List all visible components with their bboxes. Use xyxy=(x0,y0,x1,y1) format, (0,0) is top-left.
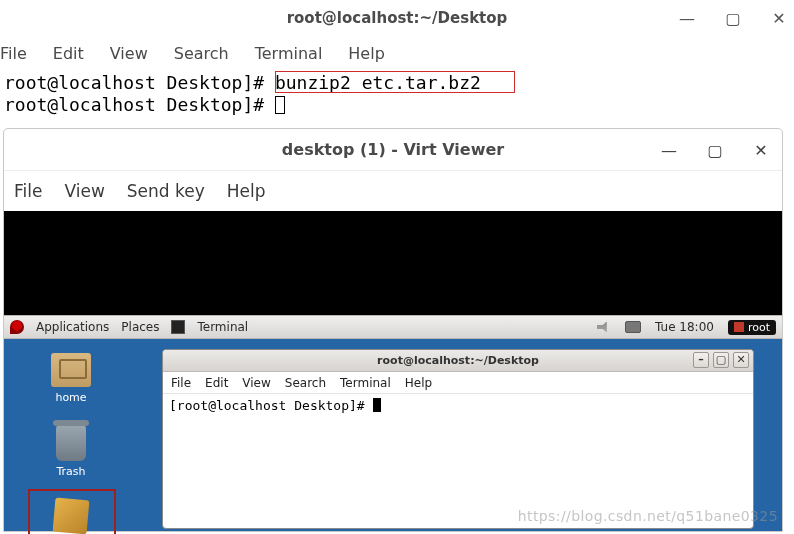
panel-applications[interactable]: Applications xyxy=(36,320,109,334)
menu-sendkey[interactable]: Send key xyxy=(127,181,205,201)
menu-terminal[interactable]: Terminal xyxy=(340,376,391,390)
host-titlebar[interactable]: root@localhost:~/Desktop — ▢ ✕ xyxy=(0,0,794,36)
desktop-icon-home[interactable]: home xyxy=(36,353,106,404)
terminal-icon[interactable] xyxy=(171,320,185,334)
maximize-button[interactable]: ▢ xyxy=(706,141,724,160)
guest-terminal-titlebar[interactable]: root@localhost:~/Desktop – ▢ ✕ xyxy=(163,350,753,372)
volume-icon[interactable] xyxy=(597,320,611,334)
close-button[interactable]: ✕ xyxy=(752,141,770,160)
cursor-icon xyxy=(373,398,381,412)
menu-terminal[interactable]: Terminal xyxy=(255,44,323,63)
menu-file[interactable]: File xyxy=(14,181,42,201)
host-terminal-body[interactable]: root@localhost Desktop]# bunzip2 etc.tar… xyxy=(0,70,794,116)
minimize-button[interactable]: — xyxy=(678,9,696,28)
guest-terminal-window: root@localhost:~/Desktop – ▢ ✕ File Edit… xyxy=(162,349,754,529)
desktop-icon-trash[interactable]: Trash xyxy=(36,425,106,478)
host-window-controls: — ▢ ✕ xyxy=(678,0,788,36)
guest-terminal-body[interactable]: [root@localhost Desktop]# xyxy=(163,394,753,417)
user-menu[interactable]: root xyxy=(728,320,776,335)
terminal-line-2: root@localhost Desktop]# xyxy=(4,94,794,116)
menu-help[interactable]: Help xyxy=(348,44,384,63)
menu-help[interactable]: Help xyxy=(227,181,266,201)
menu-search[interactable]: Search xyxy=(285,376,326,390)
cursor-icon xyxy=(275,96,285,114)
watermark-text: https://blog.csdn.net/q51bane0325 xyxy=(518,508,778,524)
package-icon xyxy=(53,498,90,534)
desktop-icon-label: home xyxy=(36,391,106,404)
viewer-titlebar[interactable]: desktop (1) - Virt Viewer — ▢ ✕ xyxy=(4,129,782,171)
menu-file[interactable]: File xyxy=(0,44,27,63)
guest-terminal-controls: – ▢ ✕ xyxy=(693,352,749,368)
menu-view[interactable]: View xyxy=(110,44,148,63)
menu-view[interactable]: View xyxy=(242,376,270,390)
folder-icon xyxy=(51,353,91,387)
panel-clock[interactable]: Tue 18:00 xyxy=(655,320,714,334)
guest-terminal-menubar: File Edit View Search Terminal Help xyxy=(163,372,753,394)
menu-edit[interactable]: Edit xyxy=(53,44,84,63)
menu-search[interactable]: Search xyxy=(174,44,229,63)
panel-places[interactable]: Places xyxy=(121,320,159,334)
virt-viewer-window: desktop (1) - Virt Viewer — ▢ ✕ File Vie… xyxy=(3,128,783,532)
desktop-icon-package[interactable] xyxy=(36,499,106,533)
guest-terminal-title: root@localhost:~/Desktop xyxy=(377,354,539,367)
maximize-button[interactable]: ▢ xyxy=(713,352,729,368)
viewer-menubar: File View Send key Help xyxy=(4,171,782,211)
panel-terminal[interactable]: Terminal xyxy=(197,320,248,334)
close-button[interactable]: ✕ xyxy=(770,9,788,28)
guest-display[interactable]: Applications Places Terminal Tue 18:00 r… xyxy=(4,211,782,531)
host-window-title: root@localhost:~/Desktop xyxy=(287,9,508,27)
host-terminal-menubar: File Edit View Search Terminal Help xyxy=(0,36,794,70)
distro-icon xyxy=(10,320,24,334)
viewer-window-controls: — ▢ ✕ xyxy=(660,129,770,171)
menu-help[interactable]: Help xyxy=(405,376,432,390)
terminal-line-1: root@localhost Desktop]# bunzip2 etc.tar… xyxy=(4,72,794,94)
trash-icon xyxy=(56,425,86,461)
terminal-prompt: [root@localhost Desktop]# xyxy=(169,398,365,413)
minimize-button[interactable]: – xyxy=(693,352,709,368)
minimize-button[interactable]: — xyxy=(660,141,678,160)
guest-top-panel: Applications Places Terminal Tue 18:00 r… xyxy=(4,315,782,339)
desktop-icon-label: Trash xyxy=(36,465,106,478)
close-button[interactable]: ✕ xyxy=(733,352,749,368)
menu-file[interactable]: File xyxy=(171,376,191,390)
viewer-window-title: desktop (1) - Virt Viewer xyxy=(282,140,504,159)
menu-edit[interactable]: Edit xyxy=(205,376,228,390)
display-icon[interactable] xyxy=(625,321,641,333)
maximize-button[interactable]: ▢ xyxy=(724,9,742,28)
menu-view[interactable]: View xyxy=(64,181,104,201)
